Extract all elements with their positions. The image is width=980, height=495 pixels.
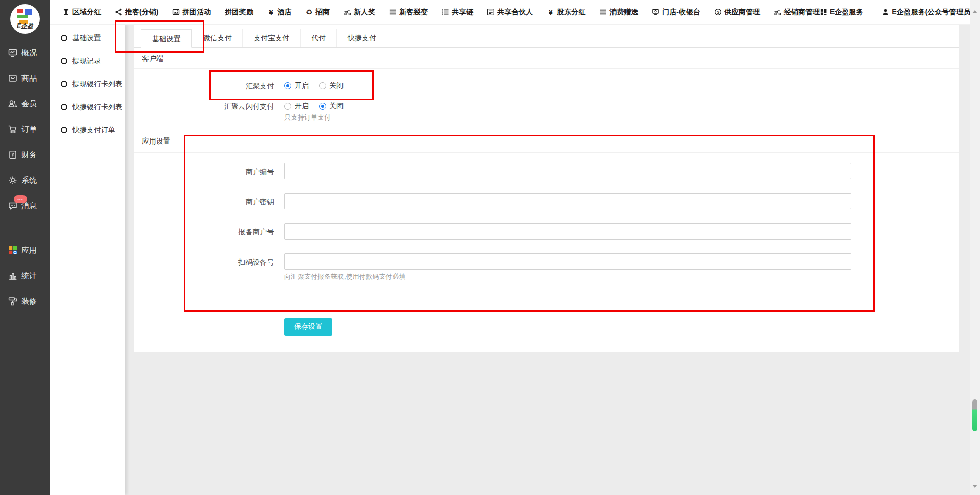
section-title-client: 客户端	[134, 48, 959, 69]
topnav-item[interactable]: 新客裂变	[389, 8, 428, 17]
submenu-item[interactable]: 提现银行卡列表	[50, 73, 125, 96]
merchant-no-input[interactable]	[284, 163, 851, 179]
topnav-item-label: 拼团活动	[182, 8, 211, 17]
topnav-item-label: 共享链	[452, 8, 473, 17]
s-circle-icon: S	[714, 8, 722, 16]
submenu-item-label: 基础设置	[72, 34, 101, 43]
submenu-item[interactable]: 快捷银行卡列表	[50, 96, 125, 119]
sidebar-item-finance[interactable]: 财务	[0, 142, 50, 168]
topnav-item-label: 新客裂变	[399, 8, 428, 17]
circle-o-icon	[61, 35, 67, 41]
topnav-item[interactable]: 拼团奖励	[225, 8, 253, 17]
brand-logo-text: E企盈	[10, 22, 40, 31]
topnav-right-item[interactable]: E企盈服务	[820, 8, 863, 17]
save-settings-button[interactable]: 保存设置	[284, 318, 332, 336]
submenu-item[interactable]: 基础设置	[50, 27, 125, 50]
topnav-item[interactable]: 经销商管理	[774, 8, 820, 17]
yen-icon: ¥	[267, 8, 275, 16]
sidebar-item-system[interactable]: 系统	[0, 168, 50, 193]
main-sidebar: E企盈 概况商品会员订单财务系统...消息应用统计装修	[0, 0, 50, 495]
share-icon	[115, 8, 122, 16]
sidebar-item-label: 财务	[21, 150, 37, 160]
apps-icon	[8, 245, 18, 255]
submenu-item[interactable]: 快捷支付订单	[50, 119, 125, 142]
radio-option[interactable]: 关闭	[319, 81, 344, 90]
topnav-items: 区域分红推客(分销)拼团活动拼团奖励¥酒店♻招商新人奖新客裂变共享链共享合伙人¥…	[62, 8, 820, 17]
toggle-row: 汇聚支付开启关闭	[134, 77, 959, 98]
topnav-item-label: E企盈服务(公众号管理员)	[892, 8, 973, 17]
topnav-item[interactable]: 拼团活动	[172, 8, 211, 17]
sidebar-item-label: 商品	[21, 74, 37, 83]
vertical-scrollbar[interactable]	[970, 0, 980, 495]
circle-o-icon	[61, 58, 67, 64]
radio-option[interactable]: 开启	[284, 81, 309, 90]
circle-o-icon	[61, 127, 67, 133]
field-row: 报备商户号	[134, 223, 959, 240]
topnav-item-label: 门店-收银台	[662, 8, 700, 17]
topnav-right-item[interactable]: E企盈服务(公众号管理员)	[881, 8, 973, 17]
menu-icon	[599, 8, 607, 16]
brand-logo[interactable]: E企盈	[10, 4, 40, 34]
radio-dot-icon	[284, 82, 291, 89]
topnav-item[interactable]: 共享链	[442, 8, 473, 17]
sidebar-item-apps[interactable]: 应用	[0, 238, 50, 263]
sidebar-item-paint-roller[interactable]: 装修	[0, 289, 50, 314]
register-icon	[652, 8, 659, 16]
topnav-item[interactable]: 门店-收银台	[652, 8, 700, 17]
scan-device-no-input[interactable]	[284, 253, 851, 270]
topnav-item-label: 共享合伙人	[497, 8, 533, 17]
sidebar-item-message[interactable]: ...消息	[0, 193, 50, 219]
scroll-thumb[interactable]	[972, 399, 977, 431]
toggle-rows: 汇聚支付开启关闭汇聚云闪付支付开启关闭只支持订单支付	[134, 77, 959, 122]
radio-dot-icon	[319, 103, 326, 110]
topnav-item[interactable]: 区域分红	[62, 8, 101, 17]
topnav-item[interactable]: ¥酒店	[267, 8, 291, 17]
topnav-item[interactable]: S供应商管理	[714, 8, 760, 17]
radio-option[interactable]: 开启	[284, 102, 309, 111]
topnav-item[interactable]: 新人奖	[344, 8, 375, 17]
scooter-icon	[774, 8, 781, 16]
sidebar-item-label: 统计	[21, 271, 37, 281]
sidebar-item-goods[interactable]: 商品	[0, 65, 50, 91]
circle-o-icon	[61, 81, 67, 87]
submenu-item-label: 提现记录	[72, 57, 101, 66]
sidebar-item-label: 应用	[21, 246, 37, 255]
sidebar-item-orders[interactable]: 订单	[0, 116, 50, 142]
list-icon	[442, 8, 449, 16]
tab-label: 微信支付	[203, 34, 232, 42]
image-icon	[172, 8, 180, 16]
tab[interactable]: 支付宝支付	[242, 29, 300, 47]
submenu-item[interactable]: 提现记录	[50, 50, 125, 73]
tab-label: 快捷支付	[348, 34, 376, 42]
tabbar: 基础设置微信支付支付宝支付代付快捷支付	[134, 29, 959, 48]
sidebar-item-members[interactable]: 会员	[0, 91, 50, 116]
tab[interactable]: 代付	[300, 29, 336, 47]
scroll-down-arrow[interactable]	[972, 485, 977, 488]
submenu: 基础设置提现记录提现银行卡列表快捷银行卡列表快捷支付订单	[50, 25, 125, 495]
circle-o-icon	[61, 104, 67, 110]
members-icon	[8, 99, 18, 109]
grid-icon	[820, 8, 827, 16]
overview-icon	[8, 48, 18, 58]
topnav-item[interactable]: 推客(分销)	[115, 8, 158, 17]
merchant-key-input[interactable]	[284, 193, 851, 209]
scroll-up-arrow[interactable]	[972, 10, 977, 13]
stats-icon	[8, 271, 18, 281]
tab[interactable]: 基础设置	[141, 29, 192, 48]
report-merchant-no-input[interactable]	[284, 223, 851, 240]
topnav-item-label: 拼团奖励	[225, 8, 253, 17]
radio-option[interactable]: 关闭	[319, 102, 344, 111]
topnav-item[interactable]: ♻招商	[305, 8, 330, 17]
paint-roller-icon	[8, 296, 18, 307]
topnav-item[interactable]: ¥股东分红	[547, 8, 585, 17]
app-root: E企盈 概况商品会员订单财务系统...消息应用统计装修 区域分红推客(分销)拼团…	[0, 0, 980, 495]
topnav-item[interactable]: 共享合伙人	[487, 8, 533, 17]
topnav-item[interactable]: 消费赠送	[599, 8, 638, 17]
sidebar-item-overview[interactable]: 概况	[0, 40, 50, 65]
scooter-icon	[344, 8, 351, 16]
sidebar-item-stats[interactable]: 统计	[0, 263, 50, 289]
tab[interactable]: 微信支付	[192, 29, 242, 47]
radio-dot-icon	[284, 103, 291, 110]
tab[interactable]: 快捷支付	[336, 29, 387, 47]
topnav-item-label: E企盈服务	[830, 8, 863, 17]
